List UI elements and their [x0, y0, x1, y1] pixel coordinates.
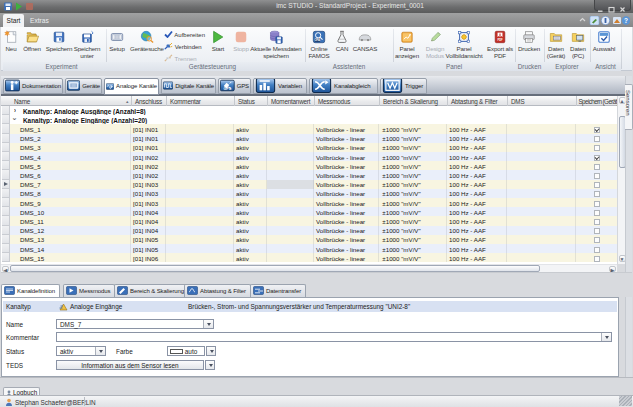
svg-text:OFA: OFA — [315, 38, 320, 42]
svg-text:PDF: PDF — [498, 38, 503, 42]
svg-text:GPS: GPS — [224, 88, 232, 92]
svg-text:?: ? — [624, 17, 628, 24]
